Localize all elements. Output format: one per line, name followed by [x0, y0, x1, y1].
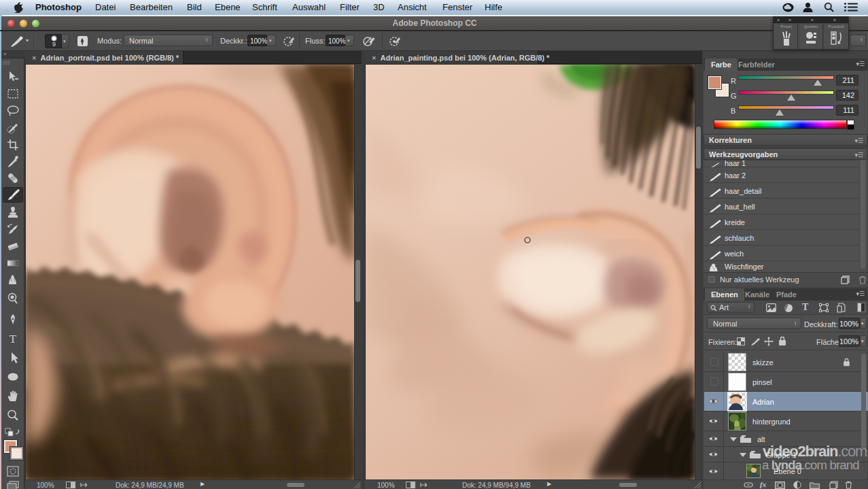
svg-text:T: T — [10, 333, 17, 345]
